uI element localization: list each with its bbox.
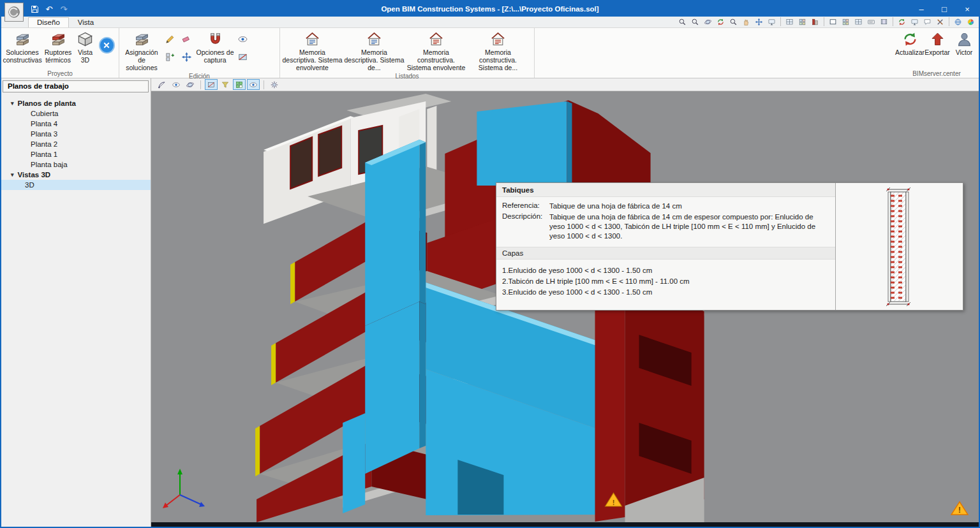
film-icon[interactable] bbox=[878, 17, 890, 27]
tools-icon[interactable] bbox=[934, 17, 946, 27]
grid-icon[interactable] bbox=[840, 17, 852, 27]
axes-triad-icon bbox=[163, 469, 205, 508]
tree-planta-2[interactable]: Planta 2 bbox=[1, 139, 151, 149]
ucs-axes-icon[interactable] bbox=[156, 79, 168, 90]
fit-screen-icon[interactable] bbox=[766, 17, 778, 27]
chevron-down-icon[interactable]: ▾ bbox=[11, 100, 14, 106]
tree-vistas-3d[interactable]: ▾ Vistas 3D bbox=[1, 170, 151, 180]
soluciones-constructivas-button[interactable]: Soluciones constructivas bbox=[3, 29, 42, 70]
close-button[interactable]: × bbox=[956, 1, 979, 17]
capture-section-icon[interactable] bbox=[235, 50, 249, 64]
section-toggle[interactable] bbox=[205, 79, 218, 90]
tree-cubierta[interactable]: Cubierta bbox=[1, 108, 151, 119]
exportar-button[interactable]: Exportar bbox=[924, 29, 951, 70]
wall-section-diagram bbox=[836, 183, 963, 310]
asignacion-soluciones-button[interactable]: Asignación de soluciones bbox=[121, 29, 163, 72]
layout-icon[interactable] bbox=[852, 17, 865, 27]
bim-model-icon[interactable] bbox=[809, 17, 821, 27]
capture-visibility-icon[interactable] bbox=[235, 32, 249, 46]
button-label: Memoria descriptiva. Sistema envolvente bbox=[282, 49, 343, 71]
redo-icon[interactable]: ↷ bbox=[59, 4, 69, 14]
descripcion-label: Descripción: bbox=[502, 212, 549, 241]
button-label: Vista 3D bbox=[75, 49, 96, 64]
split-view-icon[interactable] bbox=[783, 17, 796, 27]
views-grid-icon[interactable] bbox=[796, 17, 808, 27]
separator bbox=[264, 80, 264, 89]
chevron-down-icon[interactable]: ▾ bbox=[11, 172, 14, 178]
magnet-icon bbox=[207, 31, 224, 48]
button-label: Memoria constructiva. Sistema envolvente bbox=[406, 49, 466, 71]
title-bar: ↶ ↷ Open BIM Construction Systems - [Z:\… bbox=[1, 1, 979, 17]
help-globe-icon[interactable] bbox=[952, 17, 964, 27]
opciones-captura-button[interactable]: Opciones de captura bbox=[195, 29, 235, 72]
separator bbox=[780, 17, 781, 26]
visibility-eye-icon[interactable] bbox=[170, 79, 182, 90]
maximize-button[interactable]: □ bbox=[933, 1, 956, 17]
tab-vista[interactable]: Vista bbox=[69, 17, 103, 27]
hide-elements-toggle[interactable] bbox=[247, 79, 260, 90]
view-settings-icon[interactable] bbox=[268, 79, 281, 90]
pan-icon[interactable] bbox=[740, 17, 752, 27]
orbit-view-icon[interactable] bbox=[184, 79, 197, 90]
button-label: Exportar bbox=[924, 49, 950, 57]
popup-title: Tabiques bbox=[496, 183, 835, 197]
tree-planta-baja[interactable]: Planta baja bbox=[1, 159, 151, 170]
zoom-icon[interactable] bbox=[727, 17, 739, 27]
capa-item: 3.Enlucido de yeso 1000 < d < 1300 - 1.5… bbox=[502, 287, 829, 298]
tree-label: 3D bbox=[25, 181, 34, 189]
button-label: Memoria constructiva. Sistema de... bbox=[468, 49, 528, 71]
actualizar-button[interactable]: Actualizar bbox=[896, 29, 924, 70]
options-wheel-icon[interactable] bbox=[965, 17, 977, 27]
quick-access-toolbar: ↶ ↷ bbox=[29, 4, 69, 14]
group-listados: Memoria descriptiva. Sistema envolvente … bbox=[280, 28, 535, 78]
viewport-bottom-edge bbox=[151, 522, 979, 527]
group-label-proyecto: Proyecto bbox=[1, 70, 119, 78]
deselect-button[interactable] bbox=[99, 37, 115, 54]
tree-label: Planta baja bbox=[31, 161, 68, 168]
sync-icon[interactable] bbox=[896, 17, 908, 27]
erase-icon[interactable] bbox=[179, 32, 193, 46]
save-icon[interactable] bbox=[29, 4, 40, 14]
orbit-icon[interactable] bbox=[702, 17, 714, 27]
edit-pencil-icon[interactable] bbox=[163, 32, 177, 46]
regen-icon[interactable] bbox=[715, 17, 727, 27]
monitor-icon[interactable] bbox=[909, 17, 921, 27]
tree-planta-4[interactable]: Planta 4 bbox=[1, 119, 151, 129]
ruptores-termicos-button[interactable]: Ruptores térmicos bbox=[42, 29, 74, 70]
tree-label: Planta 1 bbox=[31, 150, 57, 158]
memoria-constructiva-sistema-button[interactable]: Memoria constructiva. Sistema de... bbox=[467, 29, 529, 72]
vista-3d-button[interactable]: Vista 3D bbox=[74, 29, 96, 70]
memoria-descriptiva-envolvente-button[interactable]: Memoria descriptiva. Sistema envolvente bbox=[281, 29, 343, 72]
tree-3d-selected[interactable]: 3D bbox=[1, 180, 151, 190]
ribbon: Soluciones constructivas Ruptores térmic… bbox=[1, 28, 979, 78]
house-report-icon bbox=[366, 31, 383, 48]
tree-planos-de-planta[interactable]: ▾ Planos de planta bbox=[1, 98, 151, 108]
minimize-button[interactable]: – bbox=[910, 1, 933, 17]
zoom-window-icon[interactable] bbox=[676, 17, 688, 27]
memoria-descriptiva-sistema-button[interactable]: Memoria descriptiva. Sistema de... bbox=[343, 29, 405, 72]
group-bimserver: Actualizar Exportar Victor BIMserver.cen… bbox=[895, 28, 979, 78]
group-edicion: Asignación de soluciones Opciones de cap… bbox=[119, 28, 280, 78]
comments-icon[interactable] bbox=[921, 17, 933, 27]
model-viewport[interactable]: ! Tabiques bbox=[151, 91, 979, 527]
user-victor-button[interactable]: Victor bbox=[951, 29, 977, 70]
window-controls: – □ × bbox=[910, 1, 979, 17]
tree-planta-1[interactable]: Planta 1 bbox=[1, 149, 151, 159]
keyboard-icon[interactable] bbox=[865, 17, 877, 27]
warning-badge[interactable]: ! bbox=[951, 501, 969, 518]
zoom-all-icon[interactable] bbox=[689, 17, 701, 27]
move-solution-icon[interactable] bbox=[179, 50, 193, 64]
tree-planta-3[interactable]: Planta 3 bbox=[1, 129, 151, 139]
layers-toggle[interactable] bbox=[233, 79, 246, 90]
move-view-icon[interactable] bbox=[753, 17, 765, 27]
svg-text:!: ! bbox=[958, 505, 961, 515]
tree-label: Planta 2 bbox=[31, 140, 57, 148]
tab-diseno[interactable]: Diseño bbox=[28, 17, 69, 27]
tree-label: Planos de planta bbox=[18, 99, 76, 107]
filter-toggle[interactable] bbox=[219, 79, 232, 90]
memoria-constructiva-envolvente-button[interactable]: Memoria constructiva. Sistema envolvente bbox=[405, 29, 467, 72]
undo-icon[interactable]: ↶ bbox=[44, 4, 54, 14]
frame-icon[interactable] bbox=[827, 17, 839, 27]
app-logo-icon[interactable] bbox=[4, 3, 24, 22]
copy-solution-icon[interactable] bbox=[163, 50, 177, 64]
